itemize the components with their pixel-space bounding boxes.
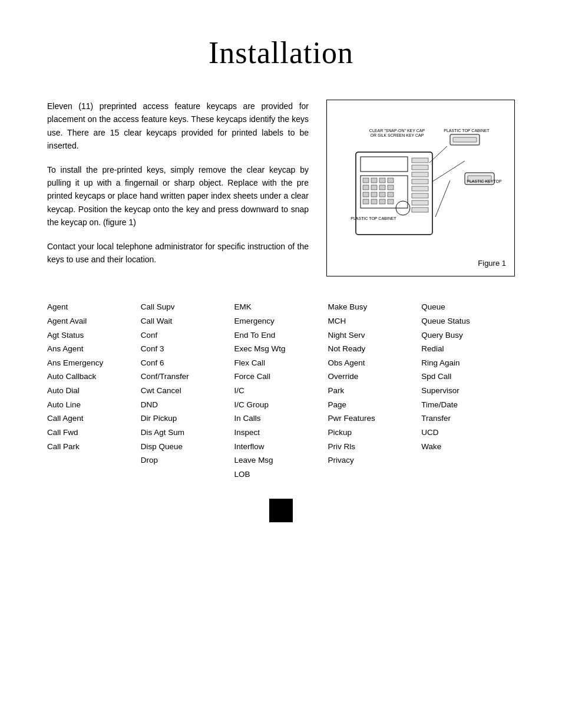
keycap-item: Privacy	[328, 453, 415, 467]
keycap-item: Priv Rls	[328, 440, 415, 454]
keycap-item: Wake	[421, 440, 509, 454]
svg-rect-15	[363, 199, 369, 204]
keycap-item: Leave Msg	[234, 453, 322, 467]
svg-text:OR SILK SCREEN KEY CAP: OR SILK SCREEN KEY CAP	[371, 133, 424, 137]
keycap-item: Make Busy	[328, 300, 415, 314]
svg-rect-1	[361, 157, 408, 172]
keycap-item: End To End	[234, 328, 322, 342]
keycap-item: Redial	[421, 342, 509, 356]
figure-box: CLEAR "SNAP-ON" KEY CAP OR SILK SCREEN K…	[326, 100, 515, 276]
svg-rect-25	[412, 193, 428, 198]
keycap-item: I/C Group	[234, 398, 322, 412]
keycap-item: Dis Agt Sum	[141, 426, 229, 440]
keycap-item: Ans Emergency	[47, 356, 135, 370]
keycap-item: Night Serv	[328, 328, 415, 342]
paragraph-1: Eleven (11) preprinted access feature ke…	[47, 100, 309, 153]
svg-rect-4	[371, 178, 377, 183]
keycap-item: Drop	[141, 453, 229, 467]
keycap-item: LOB	[234, 467, 322, 482]
svg-rect-21	[412, 165, 428, 170]
svg-rect-26	[412, 200, 428, 205]
black-square	[269, 499, 293, 522]
keycap-item: Inspect	[234, 426, 322, 440]
keycap-item: Ring Again	[421, 356, 509, 370]
keycap-item: Ans Agent	[47, 342, 135, 356]
page-title: Installation	[47, 35, 515, 70]
keycap-item: In Calls	[234, 411, 322, 426]
keycap-list: AgentAgent AvailAgt StatusAns AgentAns E…	[47, 300, 515, 481]
keycap-item: Override	[328, 370, 415, 384]
column-3: EMKEmergencyEnd To EndExec Msg WtgFlex C…	[234, 300, 328, 481]
svg-rect-9	[379, 185, 385, 190]
keycap-item: Conf 3	[141, 342, 229, 356]
keycap-item: Pwr Features	[328, 411, 415, 426]
keycap-item: Call Agent	[47, 411, 135, 426]
svg-rect-10	[388, 185, 394, 190]
keycap-item: Conf/Transfer	[141, 370, 229, 384]
keycap-item: Agent	[47, 300, 135, 314]
svg-text:CLEAR "SNAP-ON" KEY CAP: CLEAR "SNAP-ON" KEY CAP	[369, 129, 425, 133]
keycap-item: Page	[328, 398, 415, 412]
svg-rect-5	[379, 178, 385, 183]
keycap-item: Disp Queue	[141, 440, 229, 454]
svg-rect-22	[412, 172, 428, 177]
keycap-item: EMK	[234, 300, 322, 314]
svg-rect-11	[363, 192, 369, 197]
keycap-item: Emergency	[234, 314, 322, 328]
keycap-item: Auto Line	[47, 398, 135, 412]
column-4: Make BusyMCHNight ServNot ReadyObs Agent…	[328, 300, 421, 481]
svg-rect-29	[453, 137, 477, 142]
keycap-item: Pickup	[328, 426, 415, 440]
keycap-item: Agt Status	[47, 328, 135, 342]
keycap-item: Not Ready	[328, 342, 415, 356]
keycap-item: Interflow	[234, 440, 322, 454]
keycap-item: Call Park	[47, 440, 135, 454]
keycap-item: Auto Callback	[47, 370, 135, 384]
keycap-item: MCH	[328, 314, 415, 328]
svg-text:PLASTIC TOP CABINET: PLASTIC TOP CABINET	[444, 129, 490, 133]
svg-rect-3	[363, 178, 369, 183]
keycap-item: Conf	[141, 328, 229, 342]
content-section: Eleven (11) preprinted access feature ke…	[47, 100, 515, 276]
keycap-item: Conf 6	[141, 356, 229, 370]
svg-line-31	[432, 161, 465, 182]
keycap-item: Cwt Cancel	[141, 384, 229, 398]
keycap-item: Force Call	[234, 370, 322, 384]
svg-rect-17	[379, 199, 385, 204]
svg-rect-27	[412, 207, 428, 212]
keycap-item: Agent Avail	[47, 314, 135, 328]
svg-rect-24	[412, 186, 428, 191]
keycap-item: Time/Date	[421, 398, 509, 412]
column-2: Call SupvCall WaitConfConf 3Conf 6Conf/T…	[141, 300, 234, 481]
svg-rect-16	[371, 199, 377, 204]
keycap-item: Call Supv	[141, 300, 229, 314]
svg-text:PLASTIC KEYTOP: PLASTIC KEYTOP	[467, 179, 502, 183]
keycap-item: Call Wait	[141, 314, 229, 328]
paragraph-2: To install the pre-printed keys, simply …	[47, 163, 309, 229]
keycap-item: Exec Msg Wtg	[234, 342, 322, 356]
keycap-item: Call Fwd	[47, 426, 135, 440]
keycap-item: Transfer	[421, 411, 509, 426]
svg-text:PLASTIC TOP CABINET: PLASTIC TOP CABINET	[351, 216, 396, 220]
keycap-item: DND	[141, 398, 229, 412]
keycap-item: Queue Status	[421, 314, 509, 328]
keycap-item: Flex Call	[234, 356, 322, 370]
keycap-item: Auto Dial	[47, 384, 135, 398]
svg-rect-23	[412, 179, 428, 184]
keycap-item: Supervisor	[421, 384, 509, 398]
svg-rect-20	[412, 158, 428, 163]
column-1: AgentAgent AvailAgt StatusAns AgentAns E…	[47, 300, 141, 481]
svg-rect-13	[379, 192, 385, 197]
keycap-item: UCD	[421, 426, 509, 440]
keycap-item: Spd Call	[421, 370, 509, 384]
figure-caption: Figure 1	[475, 256, 508, 270]
svg-rect-12	[371, 192, 377, 197]
svg-line-39	[435, 180, 450, 217]
svg-rect-7	[363, 185, 369, 190]
column-5: QueueQueue StatusQuery BusyRedialRing Ag…	[421, 300, 515, 481]
figure-diagram: CLEAR "SNAP-ON" KEY CAP OR SILK SCREEN K…	[333, 106, 508, 256]
svg-rect-18	[388, 199, 394, 204]
keycap-item: Park	[328, 384, 415, 398]
paragraph-3: Contact your local telephone administrat…	[47, 240, 309, 266]
keycap-item: Obs Agent	[328, 356, 415, 370]
